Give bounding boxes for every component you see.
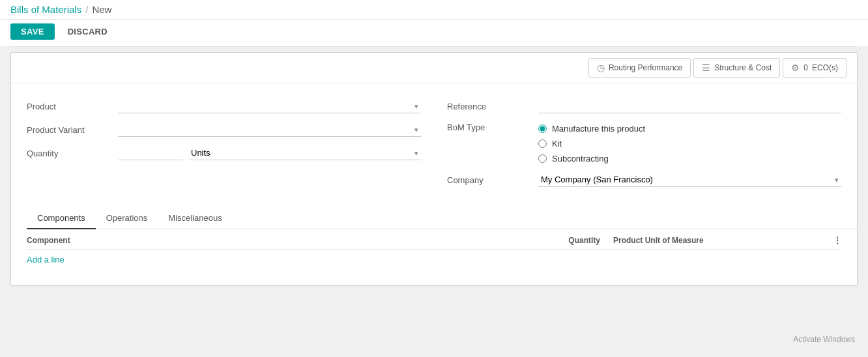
- product-variant-label: Product Variant: [27, 125, 118, 135]
- ecos-count: 0: [803, 63, 808, 72]
- company-field[interactable]: My Company (San Francisco): [538, 173, 841, 187]
- tabs-bar: Components Operations Miscellaneous: [27, 208, 857, 229]
- form-right: Reference BoM Type Manufacture this prod…: [447, 99, 841, 187]
- ecos-button[interactable]: ⚙ 0 ECO(s): [783, 58, 846, 78]
- product-field[interactable]: [118, 99, 421, 113]
- bom-type-manufacture-radio[interactable]: [538, 124, 547, 133]
- bom-type-subcontracting-radio[interactable]: [538, 154, 547, 163]
- product-select[interactable]: [118, 99, 421, 113]
- save-button[interactable]: SAVE: [10, 23, 55, 40]
- reference-label: Reference: [447, 102, 538, 111]
- table-header: Component Quantity Product Unit of Measu…: [27, 229, 841, 250]
- bom-type-manufacture[interactable]: Manufacture this product: [538, 124, 645, 134]
- quantity-row: Quantity 1.00 Units: [27, 146, 421, 160]
- quantity-unit-select[interactable]: Units: [188, 146, 421, 160]
- bom-type-subcontracting-label: Subcontracting: [552, 154, 609, 164]
- breadcrumb: Bills of Materials / New: [0, 0, 868, 20]
- col-options-header: ⋮: [828, 236, 841, 245]
- col-quantity-header: Quantity: [457, 236, 600, 245]
- breadcrumb-current: New: [92, 4, 111, 15]
- product-variant-row: Product Variant: [27, 122, 421, 137]
- card-toolbar: ◷ Routing Performance ☰ Structure & Cost…: [11, 53, 857, 83]
- action-bar: SAVE DISCARD: [0, 20, 868, 46]
- product-row: Product: [27, 99, 421, 113]
- form-body: Product Product Variant: [11, 83, 857, 195]
- structure-cost-button[interactable]: ☰ Structure & Cost: [693, 58, 780, 78]
- bom-type-kit-label: Kit: [552, 139, 562, 149]
- table-section: Component Quantity Product Unit of Measu…: [11, 229, 857, 285]
- quantity-input[interactable]: 1.00: [118, 146, 183, 160]
- routing-performance-button[interactable]: ◷ Routing Performance: [588, 58, 691, 78]
- main-card: ◷ Routing Performance ☰ Structure & Cost…: [10, 52, 858, 286]
- structure-cost-label: Structure & Cost: [714, 63, 772, 72]
- form-grid: Product Product Variant: [27, 99, 841, 187]
- col-uom-header: Product Unit of Measure: [613, 236, 828, 245]
- company-label: Company: [447, 175, 538, 185]
- product-label: Product: [27, 102, 118, 111]
- tab-components[interactable]: Components: [27, 208, 96, 229]
- bom-type-group: Manufacture this product Kit Subcontract…: [538, 124, 645, 164]
- form-left: Product Product Variant: [27, 99, 421, 187]
- gear-icon: ⚙: [791, 63, 800, 73]
- col-component-header: Component: [27, 236, 457, 245]
- bom-type-kit[interactable]: Kit: [538, 139, 645, 149]
- ecos-suffix: ECO(s): [812, 63, 838, 72]
- routing-performance-label: Routing Performance: [609, 63, 682, 72]
- breadcrumb-parent[interactable]: Bills of Materials: [10, 4, 81, 15]
- bom-type-row: BoM Type Manufacture this product Kit: [447, 122, 841, 164]
- discard-button[interactable]: DISCARD: [60, 23, 115, 40]
- company-row: Company My Company (San Francisco): [447, 173, 841, 187]
- company-select[interactable]: My Company (San Francisco): [538, 173, 841, 187]
- tab-operations[interactable]: Operations: [96, 208, 158, 229]
- bom-type-kit-radio[interactable]: [538, 139, 547, 148]
- clock-icon: ◷: [597, 63, 605, 73]
- breadcrumb-separator: /: [85, 4, 88, 15]
- product-variant-select[interactable]: [118, 122, 421, 137]
- list-icon: ☰: [702, 63, 710, 73]
- add-line-button[interactable]: Add a line: [27, 250, 65, 270]
- bom-type-manufacture-label: Manufacture this product: [552, 124, 645, 134]
- quantity-label: Quantity: [27, 149, 118, 158]
- reference-row: Reference: [447, 99, 841, 113]
- bom-type-label: BoM Type: [447, 122, 538, 132]
- quantity-field-group: 1.00 Units: [118, 146, 421, 160]
- bom-type-subcontracting[interactable]: Subcontracting: [538, 154, 645, 164]
- tab-miscellaneous[interactable]: Miscellaneous: [158, 208, 232, 229]
- reference-input[interactable]: [538, 99, 841, 113]
- quantity-unit-wrapper[interactable]: Units: [188, 146, 421, 160]
- product-variant-field[interactable]: [118, 122, 421, 137]
